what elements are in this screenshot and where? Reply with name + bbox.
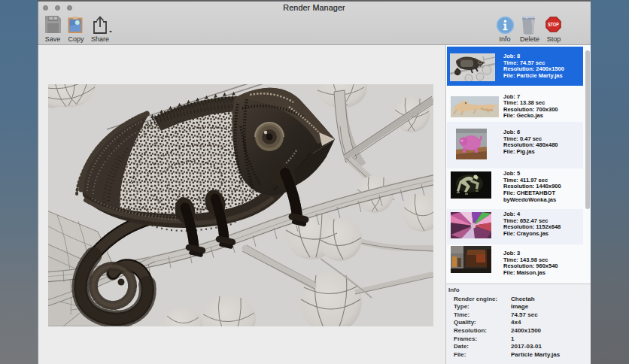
svg-text:STOP: STOP (548, 22, 559, 27)
